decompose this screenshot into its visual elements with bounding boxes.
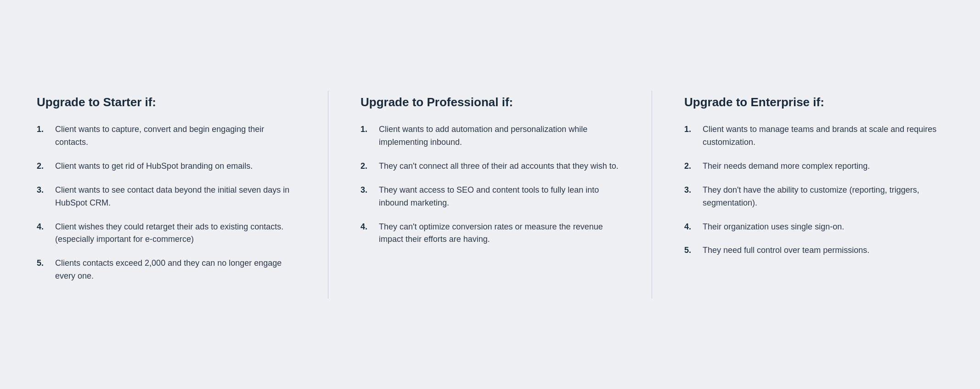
main-container: Upgrade to Starter if:1.Client wants to … (0, 68, 980, 321)
item-text: They want access to SEO and content tool… (379, 184, 620, 210)
list-item: 2.Their needs demand more complex report… (684, 160, 943, 173)
list-item: 5.Clients contacts exceed 2,000 and they… (37, 257, 296, 283)
list-item: 1.Client wants to manage teams and brand… (684, 123, 943, 149)
item-number: 1. (360, 123, 373, 136)
item-number: 3. (37, 184, 50, 197)
column-enterprise: Upgrade to Enterprise if:1.Client wants … (675, 91, 952, 298)
item-text: Client wants to capture, convert and beg… (55, 123, 296, 149)
item-text: Clients contacts exceed 2,000 and they c… (55, 257, 296, 283)
column-starter: Upgrade to Starter if:1.Client wants to … (28, 91, 305, 298)
list-item: 3.They don't have the ability to customi… (684, 184, 943, 210)
list-item: 3.They want access to SEO and content to… (360, 184, 620, 210)
list-item: 2.They can't connect all three of their … (360, 160, 620, 173)
item-number: 2. (684, 160, 697, 173)
item-text: They can't optimize conversion rates or … (379, 221, 620, 246)
list-item: 4.Their organization uses single sign-on… (684, 221, 943, 234)
list-item: 1.Client wants to capture, convert and b… (37, 123, 296, 149)
title-professional: Upgrade to Professional if: (360, 95, 620, 109)
item-number: 5. (684, 244, 697, 257)
item-text: They don't have the ability to customize… (703, 184, 943, 210)
item-number: 1. (37, 123, 50, 136)
list-item: 4.Client wishes they could retarget thei… (37, 221, 296, 246)
item-text: Client wants to manage teams and brands … (703, 123, 943, 149)
item-number: 5. (37, 257, 50, 270)
list-professional: 1.Client wants to add automation and per… (360, 123, 620, 246)
list-enterprise: 1.Client wants to manage teams and brand… (684, 123, 943, 257)
list-item: 4.They can't optimize conversion rates o… (360, 221, 620, 246)
column-professional: Upgrade to Professional if:1.Client want… (351, 91, 629, 298)
item-number: 1. (684, 123, 697, 136)
item-text: Client wishes they could retarget their … (55, 221, 296, 246)
item-number: 3. (684, 184, 697, 197)
column-divider (652, 91, 652, 298)
item-text: Their organization uses single sign-on. (703, 221, 844, 234)
list-starter: 1.Client wants to capture, convert and b… (37, 123, 296, 283)
item-text: Their needs demand more complex reportin… (703, 160, 870, 173)
item-number: 2. (360, 160, 373, 173)
list-item: 2.Client wants to get rid of HubSpot bra… (37, 160, 296, 173)
item-number: 4. (360, 221, 373, 234)
item-text: Client wants to add automation and perso… (379, 123, 620, 149)
item-number: 4. (37, 221, 50, 234)
item-number: 4. (684, 221, 697, 234)
item-number: 3. (360, 184, 373, 197)
column-divider (328, 91, 328, 298)
list-item: 5.They need full control over team permi… (684, 244, 943, 257)
item-text: They need full control over team permiss… (703, 244, 869, 257)
item-number: 2. (37, 160, 50, 173)
list-item: 3.Client wants to see contact data beyon… (37, 184, 296, 210)
item-text: They can't connect all three of their ad… (379, 160, 619, 173)
item-text: Client wants to see contact data beyond … (55, 184, 296, 210)
title-starter: Upgrade to Starter if: (37, 95, 296, 109)
item-text: Client wants to get rid of HubSpot brand… (55, 160, 253, 173)
list-item: 1.Client wants to add automation and per… (360, 123, 620, 149)
title-enterprise: Upgrade to Enterprise if: (684, 95, 943, 109)
